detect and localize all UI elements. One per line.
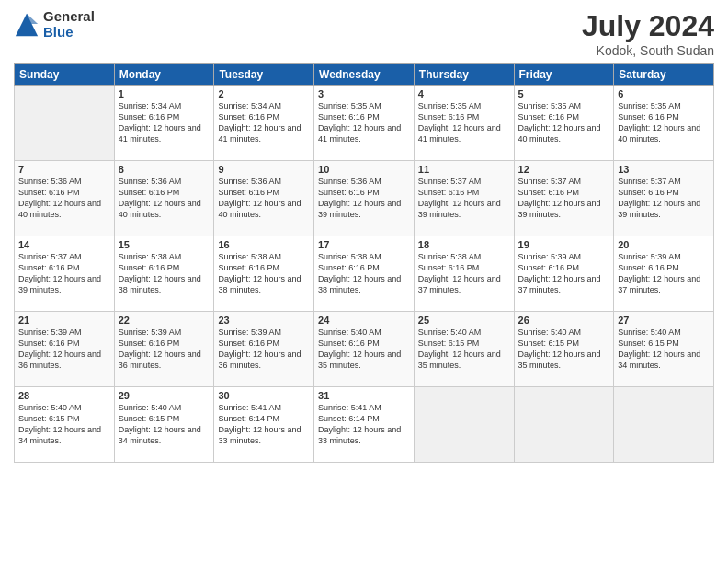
calendar-cell (414, 387, 514, 463)
title-block: July 2024 Kodok, South Sudan (582, 9, 714, 58)
day-number: 4 (418, 88, 510, 99)
day-number: 19 (518, 239, 610, 250)
week-row-3: 14Sunrise: 5:37 AMSunset: 6:16 PMDayligh… (15, 236, 714, 312)
logo-icon (14, 12, 40, 38)
day-number: 15 (119, 239, 210, 250)
day-info: Sunrise: 5:38 AMSunset: 6:16 PMDaylight:… (418, 251, 510, 296)
day-info: Sunrise: 5:38 AMSunset: 6:16 PMDaylight:… (318, 251, 410, 296)
month-title: July 2024 (582, 9, 714, 43)
day-number: 3 (318, 88, 410, 99)
day-number: 12 (518, 164, 610, 175)
calendar-cell: 3Sunrise: 5:35 AMSunset: 6:16 PMDaylight… (314, 86, 415, 161)
calendar-cell: 16Sunrise: 5:38 AMSunset: 6:16 PMDayligh… (214, 236, 314, 312)
calendar-cell: 27Sunrise: 5:40 AMSunset: 6:15 PMDayligh… (614, 312, 714, 387)
calendar-cell: 26Sunrise: 5:40 AMSunset: 6:15 PMDayligh… (514, 312, 614, 387)
day-info: Sunrise: 5:35 AMSunset: 6:16 PMDaylight:… (418, 100, 510, 145)
svg-marker-1 (27, 13, 38, 23)
calendar-cell: 19Sunrise: 5:39 AMSunset: 6:16 PMDayligh… (514, 236, 614, 312)
calendar-cell: 6Sunrise: 5:35 AMSunset: 6:16 PMDaylight… (614, 86, 714, 161)
calendar-cell: 28Sunrise: 5:40 AMSunset: 6:15 PMDayligh… (15, 387, 115, 463)
week-row-1: 1Sunrise: 5:34 AMSunset: 6:16 PMDaylight… (15, 86, 714, 161)
day-number: 17 (318, 239, 410, 250)
day-info: Sunrise: 5:36 AMSunset: 6:16 PMDaylight:… (318, 176, 410, 221)
calendar-cell: 23Sunrise: 5:39 AMSunset: 6:16 PMDayligh… (214, 312, 314, 387)
day-number: 22 (119, 315, 210, 326)
calendar-cell: 22Sunrise: 5:39 AMSunset: 6:16 PMDayligh… (114, 312, 214, 387)
calendar-header-tuesday: Tuesday (214, 64, 314, 86)
day-number: 30 (218, 390, 310, 401)
day-number: 18 (418, 239, 510, 250)
header: General Blue July 2024 Kodok, South Suda… (14, 9, 714, 58)
day-info: Sunrise: 5:36 AMSunset: 6:16 PMDaylight:… (119, 176, 210, 221)
calendar-cell: 11Sunrise: 5:37 AMSunset: 6:16 PMDayligh… (414, 161, 514, 236)
day-number: 24 (318, 315, 410, 326)
day-info: Sunrise: 5:40 AMSunset: 6:15 PMDaylight:… (18, 402, 110, 447)
day-info: Sunrise: 5:37 AMSunset: 6:16 PMDaylight:… (418, 176, 510, 221)
day-info: Sunrise: 5:34 AMSunset: 6:16 PMDaylight:… (119, 100, 210, 145)
calendar-cell: 9Sunrise: 5:36 AMSunset: 6:16 PMDaylight… (214, 161, 314, 236)
calendar: SundayMondayTuesdayWednesdayThursdayFrid… (14, 63, 714, 463)
calendar-header-row: SundayMondayTuesdayWednesdayThursdayFrid… (15, 64, 714, 86)
day-number: 25 (418, 315, 510, 326)
logo-text: General Blue (43, 9, 95, 40)
day-info: Sunrise: 5:36 AMSunset: 6:16 PMDaylight:… (18, 176, 110, 221)
day-info: Sunrise: 5:40 AMSunset: 6:15 PMDaylight:… (119, 402, 210, 447)
day-info: Sunrise: 5:40 AMSunset: 6:16 PMDaylight:… (318, 327, 410, 372)
calendar-cell: 25Sunrise: 5:40 AMSunset: 6:15 PMDayligh… (414, 312, 514, 387)
calendar-header-sunday: Sunday (15, 64, 115, 86)
calendar-cell: 8Sunrise: 5:36 AMSunset: 6:16 PMDaylight… (114, 161, 214, 236)
day-number: 20 (618, 239, 710, 250)
calendar-cell: 30Sunrise: 5:41 AMSunset: 6:14 PMDayligh… (214, 387, 314, 463)
calendar-cell: 7Sunrise: 5:36 AMSunset: 6:16 PMDaylight… (15, 161, 115, 236)
day-number: 11 (418, 164, 510, 175)
calendar-cell: 15Sunrise: 5:38 AMSunset: 6:16 PMDayligh… (114, 236, 214, 312)
day-number: 5 (518, 88, 610, 99)
day-info: Sunrise: 5:37 AMSunset: 6:16 PMDaylight:… (618, 176, 710, 221)
day-info: Sunrise: 5:40 AMSunset: 6:15 PMDaylight:… (618, 327, 710, 372)
day-info: Sunrise: 5:38 AMSunset: 6:16 PMDaylight:… (218, 251, 310, 296)
calendar-cell: 13Sunrise: 5:37 AMSunset: 6:16 PMDayligh… (614, 161, 714, 236)
day-info: Sunrise: 5:35 AMSunset: 6:16 PMDaylight:… (318, 100, 410, 145)
calendar-cell: 14Sunrise: 5:37 AMSunset: 6:16 PMDayligh… (15, 236, 115, 312)
calendar-cell: 21Sunrise: 5:39 AMSunset: 6:16 PMDayligh… (15, 312, 115, 387)
calendar-cell: 29Sunrise: 5:40 AMSunset: 6:15 PMDayligh… (114, 387, 214, 463)
week-row-4: 21Sunrise: 5:39 AMSunset: 6:16 PMDayligh… (15, 312, 714, 387)
calendar-header-saturday: Saturday (614, 64, 714, 86)
day-number: 14 (18, 239, 110, 250)
day-info: Sunrise: 5:39 AMSunset: 6:16 PMDaylight:… (618, 251, 710, 296)
logo-general: General (43, 9, 95, 25)
calendar-cell: 12Sunrise: 5:37 AMSunset: 6:16 PMDayligh… (514, 161, 614, 236)
calendar-cell: 5Sunrise: 5:35 AMSunset: 6:16 PMDaylight… (514, 86, 614, 161)
calendar-cell: 31Sunrise: 5:41 AMSunset: 6:14 PMDayligh… (314, 387, 415, 463)
day-number: 27 (618, 315, 710, 326)
calendar-cell: 18Sunrise: 5:38 AMSunset: 6:16 PMDayligh… (414, 236, 514, 312)
day-info: Sunrise: 5:34 AMSunset: 6:16 PMDaylight:… (218, 100, 310, 145)
day-info: Sunrise: 5:35 AMSunset: 6:16 PMDaylight:… (618, 100, 710, 145)
calendar-cell: 2Sunrise: 5:34 AMSunset: 6:16 PMDaylight… (214, 86, 314, 161)
day-number: 2 (218, 88, 310, 99)
day-info: Sunrise: 5:39 AMSunset: 6:16 PMDaylight:… (18, 327, 110, 372)
day-number: 21 (18, 315, 110, 326)
day-number: 29 (119, 390, 210, 401)
day-number: 28 (18, 390, 110, 401)
page: General Blue July 2024 Kodok, South Suda… (0, 0, 728, 563)
calendar-cell (514, 387, 614, 463)
day-info: Sunrise: 5:39 AMSunset: 6:16 PMDaylight:… (518, 251, 610, 296)
calendar-header-thursday: Thursday (414, 64, 514, 86)
day-number: 26 (518, 315, 610, 326)
logo-blue: Blue (43, 25, 95, 40)
day-number: 13 (618, 164, 710, 175)
calendar-header-wednesday: Wednesday (314, 64, 415, 86)
day-info: Sunrise: 5:36 AMSunset: 6:16 PMDaylight:… (218, 176, 310, 221)
day-number: 31 (318, 390, 410, 401)
week-row-2: 7Sunrise: 5:36 AMSunset: 6:16 PMDaylight… (15, 161, 714, 236)
day-info: Sunrise: 5:38 AMSunset: 6:16 PMDaylight:… (119, 251, 210, 296)
calendar-cell: 24Sunrise: 5:40 AMSunset: 6:16 PMDayligh… (314, 312, 415, 387)
day-info: Sunrise: 5:40 AMSunset: 6:15 PMDaylight:… (418, 327, 510, 372)
calendar-cell: 1Sunrise: 5:34 AMSunset: 6:16 PMDaylight… (114, 86, 214, 161)
day-number: 16 (218, 239, 310, 250)
calendar-cell: 17Sunrise: 5:38 AMSunset: 6:16 PMDayligh… (314, 236, 415, 312)
day-info: Sunrise: 5:35 AMSunset: 6:16 PMDaylight:… (518, 100, 610, 145)
day-info: Sunrise: 5:41 AMSunset: 6:14 PMDaylight:… (218, 402, 310, 447)
calendar-cell (614, 387, 714, 463)
